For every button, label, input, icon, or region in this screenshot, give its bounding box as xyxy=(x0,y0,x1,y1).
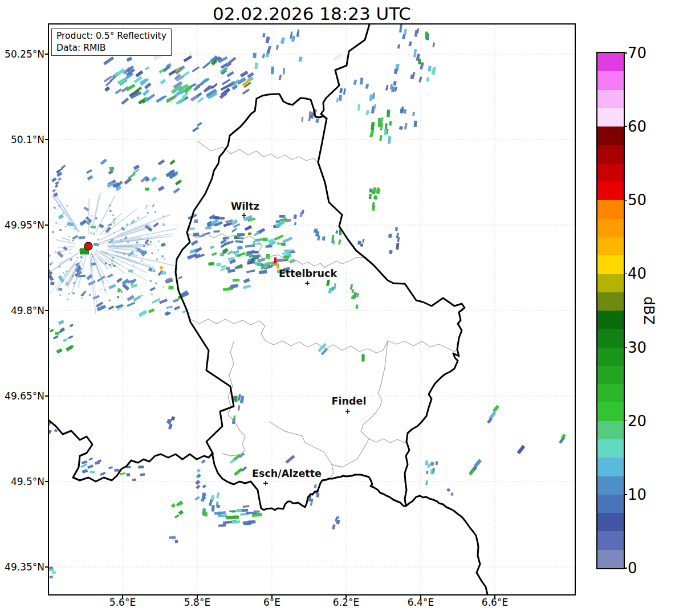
colorbar-segment xyxy=(597,550,624,568)
radar-figure: 02.02.2026 18:23 UTC WiltzEttelbruckFind… xyxy=(0,0,675,616)
graticule xyxy=(49,25,575,594)
colorbar-tick-label: 10 xyxy=(628,486,646,503)
echo-accent xyxy=(282,243,286,246)
city-marker xyxy=(242,213,246,218)
country-border xyxy=(49,420,213,482)
lat-tick-label: 49.8°N xyxy=(0,305,44,316)
district-borders xyxy=(188,141,457,479)
colorbar-segment xyxy=(597,90,624,108)
colorbar-segment xyxy=(597,237,624,255)
lon-tick-label: 5.8°E xyxy=(184,597,210,608)
lat-tick-label: 49.95°N xyxy=(0,219,44,231)
lon-tick-mark xyxy=(197,595,198,598)
district-border xyxy=(198,141,318,162)
echo-accent xyxy=(197,122,202,127)
colorbar-tick-label: 20 xyxy=(628,413,646,430)
colorbar-segment xyxy=(597,402,624,421)
echo-accent xyxy=(274,258,276,264)
echo-accent xyxy=(192,127,199,132)
colorbar-segment xyxy=(597,531,624,549)
colorbar-segment xyxy=(597,458,624,476)
echo-accent xyxy=(145,188,149,191)
echo-accent xyxy=(474,459,482,467)
colorbar-segment xyxy=(597,255,624,274)
colorbar-tick-label: 70 xyxy=(628,44,646,62)
colorbar-tick-mark xyxy=(624,126,627,127)
lat-tick-mark xyxy=(45,54,48,55)
colorbar-tick-mark xyxy=(624,347,627,348)
data-source-line: Data: RMIB xyxy=(56,42,166,54)
lon-tick-label: 6.4°E xyxy=(408,597,434,608)
lat-tick-mark xyxy=(45,481,48,482)
lon-tick-mark xyxy=(494,595,495,598)
district-border xyxy=(330,464,334,479)
lat-tick-label: 49.65°N xyxy=(0,390,44,402)
colorbar-segment xyxy=(597,439,624,458)
colorbar-segment xyxy=(597,476,624,495)
colorbar-segment xyxy=(597,108,624,127)
lat-tick-label: 50.1°N xyxy=(0,134,44,145)
echo-accent xyxy=(285,455,295,463)
echo-accent xyxy=(90,471,95,473)
lat-tick-label: 49.5°N xyxy=(0,476,44,487)
colorbar-tick-label: 0 xyxy=(628,560,637,577)
radar-site-marker xyxy=(84,242,92,250)
colorbar-segment xyxy=(597,513,624,531)
city-label: Wiltz xyxy=(231,201,259,212)
colorbar-tick-mark xyxy=(624,568,627,569)
colorbar-tick-mark xyxy=(624,421,627,422)
colorbar-segment xyxy=(597,366,624,384)
colorbar-segment xyxy=(597,348,624,366)
colorbar-segment xyxy=(597,292,624,311)
district-border xyxy=(369,439,406,443)
colorbar-tick-label: 30 xyxy=(628,339,646,356)
lat-tick-label: 49.35°N xyxy=(0,561,44,573)
city-label: Ettelbruck xyxy=(279,268,338,279)
colorbar-segment xyxy=(597,421,624,439)
map-canvas: WiltzEttelbruckFindelEsch/Alzette xyxy=(49,25,575,594)
lat-tick-label: 50.25°N xyxy=(0,48,44,60)
colorbar-segment xyxy=(597,164,624,182)
echo-accent xyxy=(378,118,381,127)
country-border xyxy=(176,94,465,510)
lon-tick-label: 6°E xyxy=(263,597,280,608)
echo-accent xyxy=(430,470,433,475)
echo-accent xyxy=(333,53,343,61)
district-border xyxy=(269,341,388,467)
colorbar-axis-label: dBZ xyxy=(641,296,657,325)
colorbar-segment xyxy=(597,219,624,237)
radar-echo-layer xyxy=(49,25,566,579)
lon-tick-mark xyxy=(345,595,347,598)
colorbar-tick-mark xyxy=(624,274,627,275)
product-line: Product: 0.5° Reflectivity xyxy=(56,30,166,42)
colorbar-segment xyxy=(597,71,624,89)
map-plot-area: WiltzEttelbruckFindelEsch/Alzette Produc… xyxy=(48,23,576,595)
echo-accent xyxy=(169,286,174,289)
colorbar-segment xyxy=(597,200,624,218)
colorbar-segment xyxy=(597,329,624,347)
echo-accent xyxy=(425,32,428,39)
product-annotation-box: Product: 0.5° Reflectivity Data: RMIB xyxy=(51,28,172,56)
country-border xyxy=(321,25,369,119)
district-border xyxy=(190,319,457,353)
colorbar-tick-label: 40 xyxy=(628,265,646,282)
echo-accent xyxy=(109,167,114,170)
figure-title: 02.02.2026 18:23 UTC xyxy=(49,3,575,24)
echo-accent xyxy=(263,238,268,241)
colorbar-tick-label: 60 xyxy=(628,118,646,135)
city-marker xyxy=(263,481,268,486)
lon-tick-label: 6.2°E xyxy=(333,597,359,608)
lon-tick-mark xyxy=(271,595,273,598)
colorbar-segment xyxy=(597,53,624,71)
colorbar-segment xyxy=(597,182,624,200)
echo-accent xyxy=(55,332,59,335)
colorbar-segment xyxy=(597,145,624,164)
echo-accent xyxy=(517,445,526,454)
colorbar-segment xyxy=(597,127,624,145)
country-border xyxy=(406,496,487,594)
lat-tick-mark xyxy=(45,566,48,568)
colorbar-tick-mark xyxy=(624,494,627,495)
echo-accent xyxy=(226,515,239,519)
echo-accent xyxy=(248,232,251,235)
echo-accent xyxy=(493,405,499,412)
